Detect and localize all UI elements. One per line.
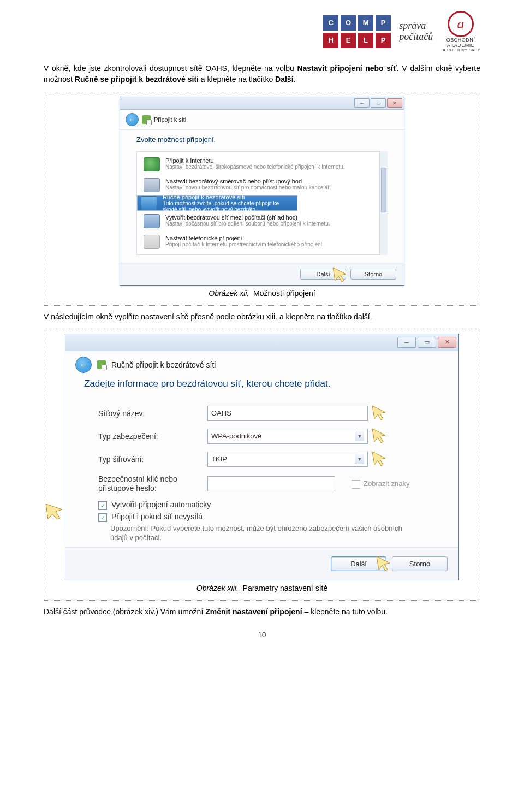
option-connect-internet[interactable]: Připojit k InternetuNastaví bezdrátové, … xyxy=(137,154,387,175)
network-icon xyxy=(142,115,151,124)
screenshot-network-params: ─ ▭ ✕ ← Ručně připojit k bezdrátové síti… xyxy=(44,329,480,601)
option-manual-wireless[interactable]: Ručně připojit k bezdrátové sítiTuto mož… xyxy=(137,195,297,211)
svg-marker-1 xyxy=(372,406,385,420)
figure-caption-12: Obrázek xii. Možnosti připojení xyxy=(50,289,474,298)
select-security-type[interactable]: WPA-podnikové▼ xyxy=(207,429,368,444)
chevron-down-icon: ▼ xyxy=(355,431,364,441)
checkbox-show-characters[interactable]: Zobrazit znaky xyxy=(352,479,410,489)
input-network-name[interactable]: OAHS xyxy=(207,406,368,421)
chevron-down-icon: ▼ xyxy=(355,454,364,464)
minimize-button[interactable]: ─ xyxy=(397,337,416,348)
svg-marker-4 xyxy=(46,504,62,519)
label-network-name: Síťový název: xyxy=(98,409,207,418)
dialog-footer: Další Storno xyxy=(120,263,404,285)
cursor-pointer-icon xyxy=(371,405,390,421)
next-button[interactable]: Další xyxy=(331,556,386,571)
label-encryption-type: Typ šifrování: xyxy=(98,455,207,464)
logo-obchodni-akademie: a OBCHODNÍ AKADEMIE HEROLDOVY SADY xyxy=(441,11,480,52)
dialog-footer: Další Storno xyxy=(66,547,458,580)
screenshot-connection-options: ─ ▭ ✕ ← Připojit k síti Zvolte možnost p… xyxy=(44,92,480,306)
instruction-paragraph-2: V následujícím okně vyplňte nastavení sí… xyxy=(44,311,480,322)
next-button[interactable]: Další xyxy=(300,269,346,280)
select-encryption-type[interactable]: TKIP▼ xyxy=(207,452,368,467)
dialog-heading: Zadejte informace pro bezdrátovou síť, k… xyxy=(66,378,458,398)
cancel-button[interactable]: Storno xyxy=(350,269,396,280)
nav-title: Ručně připojit k bezdrátové síti xyxy=(111,360,216,369)
close-button[interactable]: ✕ xyxy=(387,98,402,108)
maximize-button[interactable]: ▭ xyxy=(418,337,436,348)
computers-icon xyxy=(144,214,160,228)
logo-comphelp: C O M P H E L P xyxy=(323,15,391,48)
label-security-key: Bezpečnostní klíč nebo přístupové heslo: xyxy=(98,475,207,493)
page-number: 10 xyxy=(44,631,480,639)
checkbox-auto-connect[interactable]: ✓ Vytvořit připojení automaticky xyxy=(98,500,440,510)
option-setup-router[interactable]: Nastavit bezdrátový směrovač nebo přístu… xyxy=(137,175,387,195)
network-icon xyxy=(97,360,106,369)
phone-icon xyxy=(144,235,160,249)
page-header: C O M P H E L P správapočítačů a OBCHODN… xyxy=(44,11,480,52)
logo-sprava-text: správapočítačů xyxy=(399,21,433,43)
back-button[interactable]: ← xyxy=(126,113,139,126)
window-titlebar: ─ ▭ ✕ xyxy=(66,334,458,351)
dialog-manual-wireless: ─ ▭ ✕ ← Ručně připojit k bezdrátové síti… xyxy=(65,334,459,580)
close-button[interactable]: ✕ xyxy=(438,337,456,348)
warning-text: Upozornění: Pokud vyberete tuto možnost,… xyxy=(110,524,421,543)
instruction-paragraph-3: Další část průvodce (obrázek xiv.) Vám u… xyxy=(44,606,480,617)
checkbox-connect-hidden[interactable]: ✓ Připojit i pokud síť nevysílá xyxy=(98,512,440,522)
logo-oa-icon: a xyxy=(448,11,474,37)
scroll-thumb[interactable] xyxy=(381,168,386,212)
window-nav-bar: ← Ručně připojit k bezdrátové síti xyxy=(66,351,458,378)
window-titlebar: ─ ▭ ✕ xyxy=(120,97,404,110)
globe-icon xyxy=(144,157,160,171)
dialog-connect-to-network: ─ ▭ ✕ ← Připojit k síti Zvolte možnost p… xyxy=(120,97,404,286)
monitor-icon xyxy=(141,196,157,210)
connection-options-list: Připojit k InternetuNastaví bezdrátové, … xyxy=(136,151,388,255)
checkbox-checked-icon: ✓ xyxy=(98,513,107,522)
label-security-type: Typ zabezpečení: xyxy=(98,432,207,441)
svg-marker-3 xyxy=(372,452,385,466)
checkbox-checked-icon: ✓ xyxy=(98,501,107,510)
dialog-heading: Zvolte možnost připojení. xyxy=(136,135,388,144)
back-button[interactable]: ← xyxy=(75,357,92,373)
window-nav-bar: ← Připojit k síti xyxy=(120,110,404,130)
cursor-pointer-icon xyxy=(371,428,390,444)
maximize-button[interactable]: ▭ xyxy=(371,98,386,108)
option-adhoc-network[interactable]: Vytvořit bezdrátovou síť mezi počítači (… xyxy=(137,211,387,232)
option-dialup[interactable]: Nastavit telefonické připojeníPřipojí po… xyxy=(137,232,387,252)
cancel-button[interactable]: Storno xyxy=(392,556,448,571)
checkbox-icon xyxy=(352,480,360,489)
router-icon xyxy=(144,178,160,192)
figure-caption-13: Obrázek xiii. Parametry nastavení sítě xyxy=(50,584,474,592)
minimize-button[interactable]: ─ xyxy=(354,98,370,108)
scrollbar[interactable] xyxy=(379,151,388,255)
input-security-key[interactable] xyxy=(207,476,335,491)
cursor-pointer-icon xyxy=(371,451,390,467)
cursor-pointer-icon xyxy=(45,503,63,519)
instruction-paragraph-1: V okně, kde jste zkontrolovali dostupnos… xyxy=(44,63,480,85)
svg-marker-2 xyxy=(372,429,385,443)
nav-title: Připojit k síti xyxy=(154,116,186,123)
